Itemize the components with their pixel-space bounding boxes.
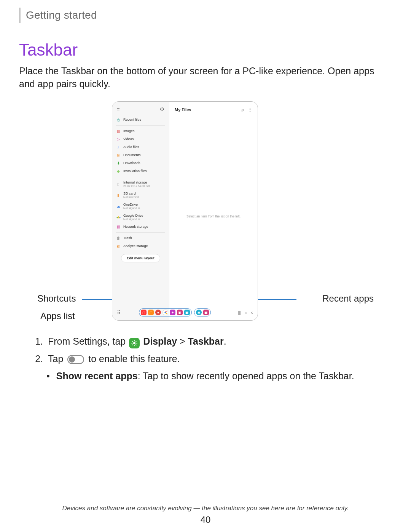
app-icon[interactable]: ✦ (170, 310, 175, 315)
sb-installation[interactable]: ◆Installation files (112, 167, 169, 175)
main-body: Select an item from the list on the left… (169, 112, 258, 320)
main-toolbar: My Files ⌕ ⋮ (169, 102, 258, 112)
sb-videos[interactable]: ▷Videos (112, 135, 169, 143)
sd-icon: ▮ (116, 193, 121, 197)
svg-line-10 (132, 341, 133, 342)
callout-shortcuts: Shortcuts (37, 293, 76, 304)
app-icon[interactable]: ▣ (203, 310, 209, 315)
sb-label: Installation files (123, 169, 147, 173)
footnote: Devices and software are constantly evol… (0, 505, 411, 512)
taskbar-shortcuts-group: ◻ ◻ ● ✦ ▣ ▣ (139, 308, 192, 316)
sb-label: Images (123, 129, 135, 133)
back-nav-icon[interactable]: < (251, 310, 253, 315)
app-icon[interactable]: ◻ (141, 310, 147, 315)
chrome-icon[interactable] (162, 310, 168, 315)
image-icon: ▦ (116, 129, 121, 133)
sb-subtext: Not signed in (123, 217, 143, 221)
figure: Shortcuts Apps list Recent apps ≡ ⚙ ◷ Re… (19, 101, 392, 330)
sb-trash[interactable]: 🗑Trash (112, 234, 169, 242)
sb-internal[interactable]: ▯ Internal storage 21.67 GB / 64.00 GB (112, 179, 169, 190)
trash-icon: 🗑 (116, 236, 121, 240)
my-files-title: My Files (175, 107, 191, 112)
breadcrumb: Getting started (26, 9, 97, 21)
page-number: 40 (0, 514, 411, 525)
sb-text: OneDrive (123, 203, 138, 206)
breadcrumb-row: Getting started (19, 8, 392, 23)
sb-label: Downloads (123, 161, 140, 165)
settings-icon[interactable]: ⚙ (160, 106, 164, 112)
sb-images[interactable]: ▦Images (112, 127, 169, 135)
home-nav-icon[interactable]: ○ (245, 310, 247, 315)
sb-documents[interactable]: 🗎Documents (112, 151, 169, 159)
divider (116, 125, 165, 126)
network-icon: ▤ (116, 225, 121, 229)
sb-downloads[interactable]: ⬇Downloads (112, 159, 169, 167)
sb-label: Network storage (123, 225, 148, 228)
main-toolbar-icons: ⌕ ⋮ (241, 107, 252, 112)
onedrive-icon: ☁ (116, 204, 121, 208)
sb-text: Google Drive (123, 214, 143, 217)
gdrive-icon (116, 215, 121, 220)
sb-label: OneDrive Not signed in (123, 203, 140, 210)
sb-audio[interactable]: ♪Audio files (112, 143, 169, 151)
doc-icon: 🗎 (116, 153, 121, 157)
hamburger-icon[interactable]: ≡ (117, 106, 120, 112)
audio-icon: ♪ (116, 145, 121, 149)
sb-label: Analyze storage (123, 244, 148, 248)
files-main: My Files ⌕ ⋮ Select an item from the lis… (169, 102, 258, 320)
step-sep: > (180, 336, 185, 347)
display-settings-icon (129, 338, 140, 348)
sb-label: Videos (123, 137, 134, 141)
sb-onedrive[interactable]: ☁ OneDrive Not signed in (112, 201, 169, 212)
apps-list-icon[interactable]: ⠿ (117, 310, 121, 316)
sb-analyze[interactable]: ◐Analyze storage (112, 242, 169, 250)
app-icon[interactable]: ◉ (196, 310, 202, 315)
recents-nav-icon[interactable]: ||| (238, 310, 241, 315)
sidebar-toolbar: ≡ ⚙ (112, 105, 169, 116)
step-display: Display (143, 336, 177, 347)
divider (116, 232, 165, 233)
phone-icon: ▯ (116, 182, 121, 186)
download-icon: ⬇ (116, 161, 121, 165)
sb-gdrive[interactable]: Google Drive Not signed in (112, 212, 169, 223)
more-icon[interactable]: ⋮ (248, 107, 252, 112)
lead-paragraph: Place the Taskbar on the bottom of your … (19, 65, 392, 91)
device-mock: ≡ ⚙ ◷ Recent files ▦Images ▷Videos ♪Audi… (112, 101, 258, 321)
svg-point-4 (165, 312, 166, 313)
step-text: Tap (48, 353, 63, 364)
app-icon[interactable]: ▣ (177, 310, 183, 315)
sb-sdcard[interactable]: ▮ SD card Not inserted (112, 190, 169, 201)
sb-subtext: Not signed in (123, 206, 140, 210)
search-icon[interactable]: ⌕ (241, 107, 244, 112)
callout-recent-apps: Recent apps (322, 293, 374, 304)
step-1: From Settings, tap Display > Taskbar. (46, 334, 392, 349)
svg-line-11 (136, 344, 137, 345)
step-text: to enable this feature. (88, 353, 180, 364)
sb-label: Documents (123, 153, 141, 157)
sb-label: Google Drive Not signed in (123, 214, 143, 221)
svg-point-5 (133, 342, 135, 344)
bullet-text: : Tap to show recently opened apps on th… (138, 371, 354, 381)
step-text: From Settings, tap (48, 336, 126, 347)
sb-text: Internal storage (123, 181, 147, 184)
bullet-title: Show recent apps (56, 371, 138, 381)
sb-subtext: Not inserted (123, 195, 139, 199)
breadcrumb-bar (19, 8, 21, 23)
taskbar-recent-group: ◉ ▣ (194, 308, 211, 316)
app-icon[interactable]: ● (155, 310, 161, 315)
app-icon[interactable]: ▣ (184, 310, 190, 315)
sb-network[interactable]: ▤Network storage (112, 223, 169, 231)
app-icon[interactable]: ◻ (148, 310, 154, 315)
sb-label: Audio files (123, 145, 139, 149)
apk-icon: ◆ (116, 169, 121, 173)
analyze-icon: ◐ (116, 244, 121, 248)
sb-label: SD card Not inserted (123, 192, 139, 199)
nav-buttons: ||| ○ < (238, 310, 253, 315)
sub-bullet-list: Show recent apps: Tap to show recently o… (19, 369, 392, 383)
sb-recent-files[interactable]: ◷ Recent files (112, 116, 169, 124)
files-sidebar: ≡ ⚙ ◷ Recent files ▦Images ▷Videos ♪Audi… (112, 102, 169, 320)
sub-bullet: Show recent apps: Tap to show recently o… (46, 369, 392, 383)
svg-line-12 (132, 344, 133, 345)
edit-menu-layout-button[interactable]: Edit menu layout (121, 254, 160, 262)
toggle-icon (67, 355, 84, 364)
